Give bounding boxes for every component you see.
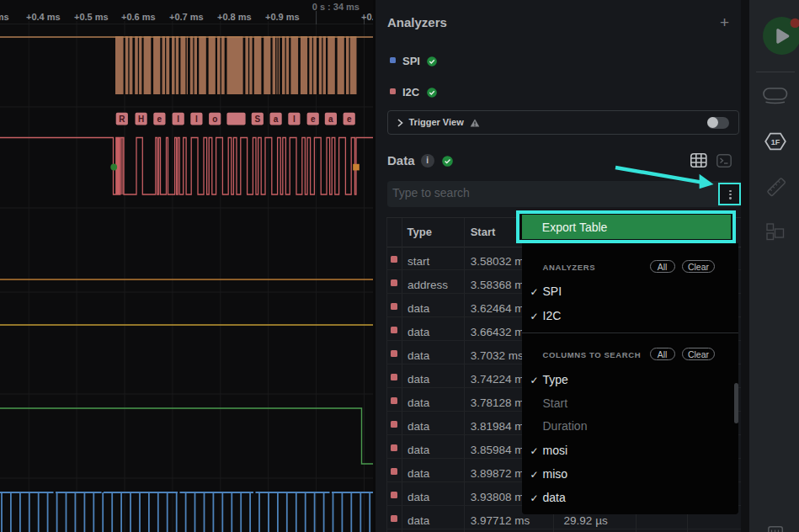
svg-text:R: R [119,114,125,124]
svg-text:a: a [328,114,333,124]
svg-text:l: l [195,114,198,124]
svg-text:S: S [254,114,260,124]
svg-text:o: o [212,114,217,124]
svg-text:l: l [293,114,296,124]
svg-text:e: e [311,114,316,124]
svg-text:e: e [157,114,162,124]
svg-text:1F: 1F [771,138,780,146]
svg-text:H: H [138,114,144,124]
svg-text:a: a [274,114,279,124]
svg-text:e: e [347,114,352,124]
svg-text:l: l [177,114,179,124]
